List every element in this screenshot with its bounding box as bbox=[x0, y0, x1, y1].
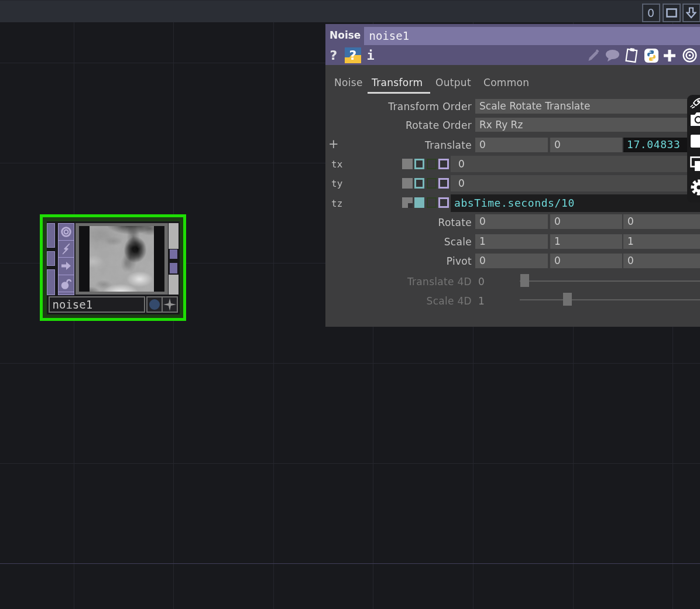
param-label-scale4d: Scale 4D bbox=[325, 295, 472, 307]
pivot-x-field[interactable]: 0 bbox=[475, 254, 548, 268]
tx-mode-expression[interactable] bbox=[414, 159, 425, 169]
scale4d-slider-track[interactable] bbox=[520, 299, 700, 300]
node-viewer-letterbox bbox=[79, 226, 164, 292]
edit-comment-button[interactable] bbox=[586, 48, 601, 63]
lock-flag-button[interactable] bbox=[59, 275, 74, 293]
scale4d-slider-handle[interactable] bbox=[563, 293, 572, 306]
node-input-tab[interactable] bbox=[47, 269, 55, 295]
windows-icon bbox=[690, 156, 700, 172]
top-bar: 0 bbox=[0, 0, 700, 22]
rotate-z-field[interactable]: 0 bbox=[623, 214, 700, 229]
info-button[interactable]: i bbox=[366, 48, 375, 63]
translate-y-field[interactable]: 0 bbox=[550, 138, 622, 152]
panel-icon bbox=[690, 134, 700, 148]
rotate-order-menu[interactable]: Rx Ry Rz bbox=[475, 118, 700, 132]
translate4d-slider-track[interactable] bbox=[520, 280, 700, 282]
tz-mode-expression[interactable] bbox=[414, 197, 425, 208]
param-label-transform-order: Transform Order bbox=[325, 101, 472, 112]
maximize-icon bbox=[666, 8, 677, 18]
scale-x-field[interactable]: 1 bbox=[475, 234, 548, 249]
translate-x-field[interactable]: 0 bbox=[475, 138, 548, 152]
node-name-field[interactable]: noise1 bbox=[49, 296, 145, 313]
translate4d-slider-handle[interactable] bbox=[520, 274, 529, 287]
channel-label-ty: ty bbox=[331, 178, 342, 189]
python-help-button[interactable]: ? bbox=[344, 48, 361, 63]
rotate-y-field[interactable]: 0 bbox=[550, 214, 622, 229]
transform-order-menu[interactable]: Scale Rotate Translate bbox=[475, 99, 700, 114]
node-input-tab[interactable] bbox=[47, 251, 55, 266]
comment-button[interactable] bbox=[605, 48, 620, 63]
pivot-y-field[interactable]: 0 bbox=[550, 254, 622, 268]
node-color-button[interactable] bbox=[146, 296, 163, 313]
tx-mode-export[interactable] bbox=[427, 159, 437, 169]
target-button[interactable] bbox=[682, 48, 697, 63]
tab-output[interactable]: Output bbox=[435, 77, 471, 88]
viewer-flag-button[interactable] bbox=[59, 224, 74, 241]
python-icon bbox=[644, 49, 658, 63]
plus-icon bbox=[663, 49, 676, 62]
ty-mode-export[interactable] bbox=[427, 178, 437, 189]
noise-preview-image bbox=[90, 226, 154, 292]
ty-mode-expression[interactable] bbox=[414, 178, 425, 189]
scale-z-field[interactable]: 1 bbox=[623, 234, 700, 249]
ty-value[interactable]: 0 bbox=[451, 175, 700, 191]
noise-texture-overlay bbox=[90, 226, 154, 292]
maximize-button[interactable] bbox=[663, 4, 681, 22]
camera-icon bbox=[690, 111, 700, 126]
node-star-button[interactable] bbox=[163, 296, 178, 313]
param-label-rotate-order: Rotate Order bbox=[325, 119, 472, 131]
channel-label-tz: tz bbox=[331, 198, 342, 209]
target-icon bbox=[682, 48, 697, 63]
windows-button[interactable] bbox=[690, 156, 700, 174]
tx-mode-bind[interactable] bbox=[438, 159, 449, 169]
node-color-dot-icon bbox=[148, 298, 161, 311]
bypass-flag-icon bbox=[60, 242, 73, 255]
help-button[interactable]: ? bbox=[328, 48, 339, 63]
tab-noise[interactable]: Noise bbox=[334, 77, 363, 88]
param-label-pivot: Pivot bbox=[325, 255, 472, 267]
param-label-translate: Translate bbox=[325, 139, 472, 151]
pivot-z-field[interactable]: 0 bbox=[623, 254, 700, 268]
tz-mode-bind[interactable] bbox=[438, 197, 449, 208]
panel-button[interactable] bbox=[690, 134, 700, 150]
camera-button[interactable] bbox=[690, 111, 700, 129]
rotate-x-field[interactable]: 0 bbox=[475, 214, 548, 229]
tx-mode-constant[interactable] bbox=[402, 159, 413, 169]
parameter-dialog-header: Noise noise1 ? ? i bbox=[325, 24, 700, 65]
tab-transform[interactable]: Transform bbox=[372, 77, 423, 88]
star-icon bbox=[163, 297, 177, 312]
help-icon: ? bbox=[330, 48, 338, 63]
add-parameter-button[interactable] bbox=[663, 48, 676, 63]
viewer-flag-icon bbox=[60, 225, 73, 238]
tz-mode-export[interactable] bbox=[427, 197, 437, 208]
rocket-button[interactable] bbox=[690, 98, 700, 111]
parameter-tabs: Noise Transform Output Common bbox=[325, 65, 700, 99]
node-output-connector[interactable] bbox=[170, 249, 178, 259]
ty-mode-bind[interactable] bbox=[438, 178, 449, 189]
comment-bubble-icon bbox=[605, 49, 620, 62]
clipboard-button[interactable] bbox=[623, 48, 640, 63]
grid-line bbox=[0, 363, 700, 364]
bypass-flag-button[interactable] bbox=[59, 241, 74, 258]
side-toolbar bbox=[687, 95, 700, 203]
node-input-tab[interactable] bbox=[47, 223, 55, 248]
python-button[interactable] bbox=[644, 48, 658, 63]
rocket-icon bbox=[690, 98, 700, 108]
scale-y-field[interactable]: 1 bbox=[550, 234, 622, 249]
tz-expression[interactable]: absTime.seconds/10 bbox=[451, 194, 700, 212]
edit-pencil-icon bbox=[586, 49, 601, 63]
tab-common[interactable]: Common bbox=[483, 77, 529, 88]
error-count-button[interactable]: 0 bbox=[642, 4, 660, 22]
op-name-field[interactable]: noise1 bbox=[364, 27, 700, 45]
ty-mode-constant[interactable] bbox=[402, 178, 413, 189]
collapse-button[interactable] bbox=[682, 4, 700, 22]
node-noise1[interactable]: noise1 bbox=[47, 221, 180, 314]
node-output-connector[interactable] bbox=[170, 263, 178, 273]
python-help-glyph: ? bbox=[349, 48, 356, 63]
tx-value[interactable]: 0 bbox=[451, 156, 700, 172]
node-viewer[interactable] bbox=[76, 223, 169, 295]
error-count: 0 bbox=[647, 6, 654, 19]
settings-button[interactable] bbox=[690, 179, 700, 199]
tz-mode-constant[interactable] bbox=[402, 197, 413, 208]
export-flag-button[interactable] bbox=[59, 258, 74, 275]
